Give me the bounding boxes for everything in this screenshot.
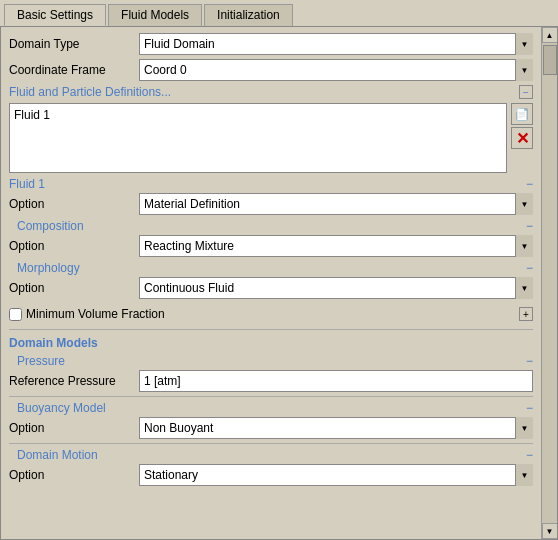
fluid-particle-section-header: Fluid and Particle Definitions... − [9,85,533,99]
scroll-up-button[interactable]: ▲ [542,27,558,43]
scroll-area: Domain Type Fluid Domain Porous Domain S… [1,27,541,539]
domain-type-select[interactable]: Fluid Domain Porous Domain Solid Domain [139,33,533,55]
pressure-collapse-btn[interactable]: − [526,354,533,368]
morphology-section-label: Morphology [17,261,80,275]
morphology-option-select-wrapper: Continuous Fluid Dispersed Fluid ▼ [139,277,533,299]
domain-models-label: Domain Models [9,336,533,350]
coordinate-frame-select[interactable]: Coord 0 Coord 1 [139,59,533,81]
morphology-option-label: Option [9,281,139,295]
coordinate-frame-select-wrapper: Coord 0 Coord 1 ▼ [139,59,533,81]
morphology-option-row: Option Continuous Fluid Dispersed Fluid … [9,277,533,299]
domain-motion-option-select[interactable]: Stationary Rotating [139,464,533,486]
composition-option-select-wrapper: Reacting Mixture Additional Variable Con… [139,235,533,257]
coordinate-frame-label: Coordinate Frame [9,63,139,77]
domain-motion-collapse-btn[interactable]: − [526,448,533,462]
fluid-list-area: Fluid 1 📄 ✕ [9,103,533,173]
min-volume-fraction-checkbox[interactable] [9,308,22,321]
list-item[interactable]: Fluid 1 [14,108,502,122]
domain-type-label: Domain Type [9,37,139,51]
divider-1 [9,329,533,330]
min-volume-fraction-row: Minimum Volume Fraction + [9,303,533,325]
pressure-section-label: Pressure [17,354,65,368]
reference-pressure-input[interactable] [139,370,533,392]
fluid-particle-collapse-btn[interactable]: − [519,85,533,99]
domain-motion-section-label: Domain Motion [17,448,98,462]
buoyancy-section-label: Buoyancy Model [17,401,106,415]
composition-option-select[interactable]: Reacting Mixture Additional Variable Con… [139,235,533,257]
tab-fluid-models[interactable]: Fluid Models [108,4,202,26]
tab-basic-settings[interactable]: Basic Settings [4,4,106,26]
domain-motion-section-header: Domain Motion − [17,448,533,462]
tabs-row: Basic Settings Fluid Models Initializati… [0,0,558,26]
reference-pressure-label: Reference Pressure [9,374,139,388]
domain-type-select-wrapper: Fluid Domain Porous Domain Solid Domain … [139,33,533,55]
fluid1-option-row: Option Material Definition Pure Substanc… [9,193,533,215]
composition-collapse-btn[interactable]: − [526,219,533,233]
buoyancy-option-select[interactable]: Non Buoyant Buoyant [139,417,533,439]
fluid1-collapse-btn[interactable]: − [526,177,533,191]
fluid1-option-select-wrapper: Material Definition Pure Substance ▼ [139,193,533,215]
morphology-collapse-btn[interactable]: − [526,261,533,275]
coordinate-frame-row: Coordinate Frame Coord 0 Coord 1 ▼ [9,59,533,81]
buoyancy-option-select-wrapper: Non Buoyant Buoyant ▼ [139,417,533,439]
add-icon: 📄 [515,107,529,121]
min-volume-fraction-checkbox-row: Minimum Volume Fraction [9,307,165,321]
fluid-list-box: Fluid 1 [9,103,507,173]
divider-3 [9,443,533,444]
domain-type-row: Domain Type Fluid Domain Porous Domain S… [9,33,533,55]
morphology-section-header: Morphology − [17,261,533,275]
reference-pressure-row: Reference Pressure [9,370,533,392]
fluid-list-buttons: 📄 ✕ [511,103,533,173]
outer-wrapper: Domain Type Fluid Domain Porous Domain S… [0,26,558,540]
fluid1-section-header: Fluid 1 − [9,177,533,191]
buoyancy-section-header: Buoyancy Model − [17,401,533,415]
composition-section-header: Composition − [17,219,533,233]
composition-section-label: Composition [17,219,84,233]
composition-option-label: Option [9,239,139,253]
scrollbar: ▲ ▼ [541,27,557,539]
svg-text:📄: 📄 [515,107,529,121]
divider-2 [9,396,533,397]
main-container: Basic Settings Fluid Models Initializati… [0,0,558,540]
add-fluid-button[interactable]: 📄 [511,103,533,125]
tab-initialization[interactable]: Initialization [204,4,293,26]
min-volume-fraction-label: Minimum Volume Fraction [26,307,165,321]
pressure-section-header: Pressure − [17,354,533,368]
remove-fluid-button[interactable]: ✕ [511,127,533,149]
buoyancy-option-label: Option [9,421,139,435]
morphology-option-select[interactable]: Continuous Fluid Dispersed Fluid [139,277,533,299]
fluid-particle-section-label[interactable]: Fluid and Particle Definitions... [9,85,171,99]
domain-motion-option-row: Option Stationary Rotating ▼ [9,464,533,486]
scroll-thumb[interactable] [543,45,557,75]
composition-option-row: Option Reacting Mixture Additional Varia… [9,235,533,257]
domain-motion-option-label: Option [9,468,139,482]
min-volume-fraction-expand-icon[interactable]: + [519,307,533,321]
buoyancy-collapse-btn[interactable]: − [526,401,533,415]
buoyancy-option-row: Option Non Buoyant Buoyant ▼ [9,417,533,439]
scroll-down-button[interactable]: ▼ [542,523,558,539]
fluid1-section-label: Fluid 1 [9,177,45,191]
domain-motion-option-select-wrapper: Stationary Rotating ▼ [139,464,533,486]
fluid1-option-label: Option [9,197,139,211]
fluid1-option-select[interactable]: Material Definition Pure Substance [139,193,533,215]
